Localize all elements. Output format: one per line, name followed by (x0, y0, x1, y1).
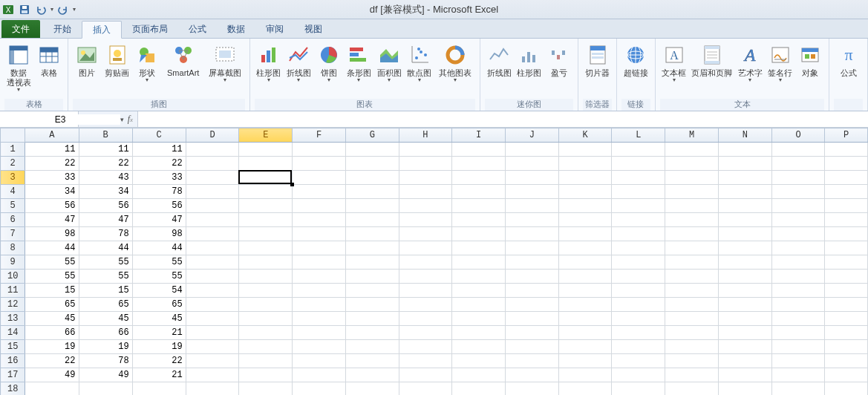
cell-M13[interactable] (665, 312, 719, 326)
file-tab[interactable]: 文件 (1, 20, 40, 38)
cell-H7[interactable] (399, 227, 452, 241)
cell-H6[interactable] (399, 213, 452, 227)
cell-B14[interactable]: 66 (79, 326, 132, 340)
cell-L10[interactable] (612, 270, 665, 284)
cell-A15[interactable]: 19 (25, 340, 79, 354)
cell-O11[interactable] (771, 284, 825, 298)
cell-J8[interactable] (506, 241, 559, 255)
cell-N14[interactable] (718, 326, 771, 340)
cell-O18[interactable] (771, 382, 825, 396)
cell-C12[interactable]: 65 (132, 298, 186, 312)
column-header-N[interactable]: N (718, 128, 771, 143)
equation-button[interactable]: π公式 (834, 42, 863, 79)
column-header-K[interactable]: K (558, 128, 612, 143)
cell-G8[interactable] (345, 241, 399, 255)
cell-M12[interactable] (665, 298, 719, 312)
column-header-J[interactable]: J (506, 128, 559, 143)
cell-C17[interactable]: 21 (132, 368, 186, 382)
cell-O3[interactable] (771, 171, 825, 185)
column-header-L[interactable]: L (612, 128, 665, 143)
cell-F14[interactable] (293, 326, 346, 340)
cell-G7[interactable] (345, 227, 399, 241)
signature-line-button[interactable]: 签名行▾ (766, 42, 794, 85)
screenshot-button[interactable]: 屏幕截图▾ (205, 42, 245, 85)
cell-M15[interactable] (665, 340, 719, 354)
cell-D2[interactable] (186, 157, 239, 171)
cell-C3[interactable]: 33 (132, 171, 186, 185)
cell-B2[interactable]: 22 (79, 157, 132, 171)
cell-E2[interactable] (239, 157, 293, 171)
cell-D5[interactable] (186, 199, 239, 213)
cell-O12[interactable] (771, 298, 825, 312)
cell-D1[interactable] (186, 143, 239, 157)
cell-M7[interactable] (665, 227, 719, 241)
clipart-button[interactable]: 剪贴画 (103, 42, 132, 79)
column-header-P[interactable]: P (825, 128, 868, 143)
cell-J1[interactable] (506, 143, 559, 157)
cell-E11[interactable] (239, 284, 293, 298)
wordart-button[interactable]: A艺术字▾ (736, 42, 765, 85)
cell-C4[interactable]: 78 (132, 185, 186, 199)
row-header-3[interactable]: 3 (1, 171, 25, 185)
cell-L7[interactable] (612, 227, 665, 241)
cell-E3[interactable] (239, 171, 293, 185)
cell-G12[interactable] (345, 298, 399, 312)
cell-P6[interactable] (825, 213, 868, 227)
cell-D17[interactable] (186, 368, 239, 382)
cell-O1[interactable] (771, 143, 825, 157)
cell-F15[interactable] (293, 340, 346, 354)
cell-F12[interactable] (293, 298, 346, 312)
column-header-C[interactable]: C (132, 128, 186, 143)
cell-C18[interactable] (132, 382, 186, 396)
cell-D6[interactable] (186, 213, 239, 227)
cell-K17[interactable] (558, 368, 612, 382)
cell-M9[interactable] (665, 255, 719, 270)
cell-K5[interactable] (558, 199, 612, 213)
cell-N13[interactable] (718, 312, 771, 326)
cell-L1[interactable] (612, 143, 665, 157)
cell-H8[interactable] (399, 241, 452, 255)
cell-O13[interactable] (771, 312, 825, 326)
cell-J16[interactable] (506, 354, 559, 368)
cell-G16[interactable] (345, 354, 399, 368)
cell-B9[interactable]: 55 (79, 255, 132, 270)
cell-O4[interactable] (771, 185, 825, 199)
cell-B12[interactable]: 65 (79, 298, 132, 312)
cell-H5[interactable] (399, 199, 452, 213)
cell-A11[interactable]: 15 (25, 284, 79, 298)
cell-G1[interactable] (345, 143, 399, 157)
cell-D8[interactable] (186, 241, 239, 255)
cell-I18[interactable] (452, 382, 506, 396)
cell-F13[interactable] (293, 312, 346, 326)
bar-chart-button[interactable]: 条形图▾ (345, 42, 373, 85)
cell-L12[interactable] (612, 298, 665, 312)
cell-O6[interactable] (771, 213, 825, 227)
cell-C7[interactable]: 98 (132, 227, 186, 241)
cell-I6[interactable] (452, 213, 506, 227)
cell-L5[interactable] (612, 199, 665, 213)
cell-L11[interactable] (612, 284, 665, 298)
pivot-table-button[interactable]: 数据透视表▾ (4, 42, 33, 94)
cell-L14[interactable] (612, 326, 665, 340)
row-header-14[interactable]: 14 (1, 326, 25, 340)
cell-P8[interactable] (825, 241, 868, 255)
sparkline-line-button[interactable]: 折线图 (485, 42, 514, 79)
cell-G17[interactable] (345, 368, 399, 382)
cell-A10[interactable]: 55 (25, 270, 79, 284)
cell-M6[interactable] (665, 213, 719, 227)
cell-M3[interactable] (665, 171, 719, 185)
cell-D9[interactable] (186, 255, 239, 270)
cell-E18[interactable] (239, 382, 293, 396)
save-icon[interactable] (18, 3, 31, 16)
column-header-G[interactable]: G (345, 128, 399, 143)
cell-D18[interactable] (186, 382, 239, 396)
cell-P17[interactable] (825, 368, 868, 382)
cell-G11[interactable] (345, 284, 399, 298)
cell-I11[interactable] (452, 284, 506, 298)
cell-G13[interactable] (345, 312, 399, 326)
cell-K16[interactable] (558, 354, 612, 368)
cell-N8[interactable] (718, 241, 771, 255)
cell-B18[interactable] (79, 382, 132, 396)
cell-A7[interactable]: 98 (25, 227, 79, 241)
cell-G9[interactable] (345, 255, 399, 270)
